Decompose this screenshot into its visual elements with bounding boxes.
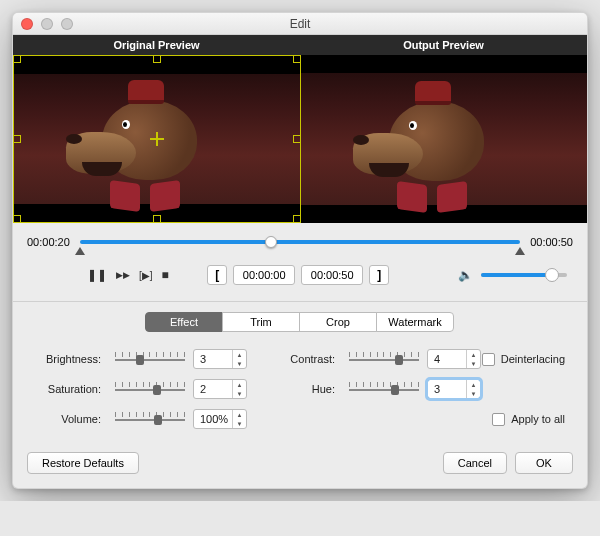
tab-trim[interactable]: Trim <box>222 312 300 332</box>
crop-center-icon[interactable] <box>150 132 164 146</box>
stop-icon[interactable]: ■ <box>162 268 169 282</box>
deinterlacing-checkbox[interactable] <box>482 353 495 366</box>
maximize-icon[interactable] <box>61 18 73 30</box>
effect-volume-stepper[interactable]: 100%▲▼ <box>193 409 247 429</box>
minimize-icon[interactable] <box>41 18 53 30</box>
fast-forward-icon[interactable]: ▶▶ <box>116 270 130 280</box>
saturation-stepper[interactable]: 2▲▼ <box>193 379 247 399</box>
contrast-stepper[interactable]: 4▲▼ <box>427 349 481 369</box>
preview-panes <box>13 55 587 223</box>
close-icon[interactable] <box>21 18 33 30</box>
step-icon[interactable]: [▶] <box>139 270 153 281</box>
crop-handle-icon[interactable] <box>293 215 301 223</box>
volume-icon[interactable]: 🔈 <box>458 268 473 282</box>
deinterlacing-label: Deinterlacing <box>501 353 565 365</box>
set-in-button[interactable]: [ <box>207 265 227 285</box>
brightness-stepper[interactable]: 3▲▼ <box>193 349 247 369</box>
in-marker-icon[interactable] <box>75 247 85 255</box>
transport-controls: ❚❚ ▶▶ [▶] ■ [ 00:00:00 00:00:50 ] 🔈 <box>13 253 587 302</box>
timeline-start-time: 00:00:20 <box>27 236 70 248</box>
cancel-button[interactable]: Cancel <box>443 452 507 474</box>
dialog-buttons: Restore Defaults Cancel OK <box>13 444 587 488</box>
restore-defaults-button[interactable]: Restore Defaults <box>27 452 139 474</box>
saturation-label: Saturation: <box>35 383 107 395</box>
out-marker-icon[interactable] <box>515 247 525 255</box>
video-frame-output <box>381 83 511 213</box>
output-preview <box>301 55 587 223</box>
original-preview[interactable] <box>13 55 301 223</box>
tab-watermark[interactable]: Watermark <box>376 312 454 332</box>
preview-header: Original Preview Output Preview <box>13 35 587 55</box>
apply-all-checkbox[interactable] <box>492 413 505 426</box>
in-time-field[interactable]: 00:00:00 <box>233 265 295 285</box>
hue-stepper[interactable]: 3▲▼ <box>427 379 481 399</box>
pause-icon[interactable]: ❚❚ <box>87 268 107 282</box>
ok-button[interactable]: OK <box>515 452 573 474</box>
crop-handle-icon[interactable] <box>153 215 161 223</box>
original-preview-label: Original Preview <box>13 35 300 55</box>
effect-volume-slider[interactable] <box>115 412 185 426</box>
timeline-track[interactable] <box>80 235 520 249</box>
tabs: EffectTrimCropWatermark <box>13 302 587 344</box>
timeline: 00:00:20 00:00:50 <box>13 223 587 253</box>
contrast-label: Contrast: <box>281 353 341 365</box>
output-preview-label: Output Preview <box>300 35 587 55</box>
crop-handle-icon[interactable] <box>153 55 161 63</box>
out-time-field[interactable]: 00:00:50 <box>301 265 363 285</box>
volume-slider[interactable] <box>481 273 567 277</box>
effect-settings: Brightness: 3▲▼ Contrast: 4▲▼ Deinterlac… <box>13 344 587 444</box>
playhead[interactable] <box>265 236 277 248</box>
brightness-slider[interactable] <box>115 352 185 366</box>
window-title: Edit <box>13 17 587 31</box>
titlebar[interactable]: Edit <box>13 13 587 35</box>
crop-handle-icon[interactable] <box>293 55 301 63</box>
hue-slider[interactable] <box>349 382 419 396</box>
crop-handle-icon[interactable] <box>293 135 301 143</box>
crop-handle-icon[interactable] <box>13 215 21 223</box>
brightness-label: Brightness: <box>35 353 107 365</box>
crop-handle-icon[interactable] <box>13 55 21 63</box>
edit-window: Edit Original Preview Output Preview <box>12 12 588 489</box>
saturation-slider[interactable] <box>115 382 185 396</box>
video-frame-original <box>94 82 224 212</box>
apply-all-label: Apply to all <box>511 413 565 425</box>
crop-handle-icon[interactable] <box>13 135 21 143</box>
tab-effect[interactable]: Effect <box>145 312 223 332</box>
hue-label: Hue: <box>281 383 341 395</box>
contrast-slider[interactable] <box>349 352 419 366</box>
traffic-lights <box>13 18 73 30</box>
set-out-button[interactable]: ] <box>369 265 389 285</box>
volume-label: Volume: <box>35 413 107 425</box>
timeline-end-time: 00:00:50 <box>530 236 573 248</box>
tab-crop[interactable]: Crop <box>299 312 377 332</box>
